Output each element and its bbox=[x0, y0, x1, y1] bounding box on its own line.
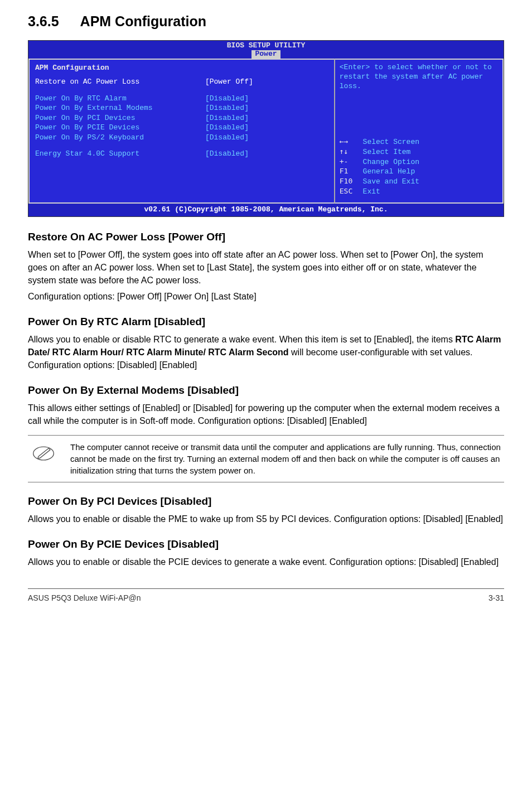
subsection-heading: Power On By RTC Alarm [Disabled] bbox=[28, 314, 504, 330]
key-desc: Save and Exit bbox=[359, 177, 419, 186]
bios-option-row: Power On By PS/2 Keyboard[Disabled] bbox=[35, 133, 328, 143]
footer-left: ASUS P5Q3 Deluxe WiFi-AP@n bbox=[28, 592, 141, 603]
bios-key-row: ↑↓ Select Item bbox=[340, 147, 498, 157]
bios-option-value: [Disabled] bbox=[205, 149, 249, 159]
bios-option-label: Restore on AC Power Loss bbox=[35, 77, 205, 87]
key-desc: Exit bbox=[359, 187, 380, 196]
bios-setup-title: BIOS SETUP UTILITY bbox=[28, 42, 504, 50]
bios-option-value: [Disabled] bbox=[205, 133, 249, 143]
note-box: The computer cannot receive or transmit … bbox=[28, 435, 504, 482]
paragraph: Allows you to enable or disable the PME … bbox=[28, 513, 504, 525]
subsections: Restore On AC Power Loss [Power Off]When… bbox=[28, 229, 504, 568]
bios-option-label: Power On By External Modems bbox=[35, 103, 205, 113]
key-label: F10 bbox=[340, 177, 359, 186]
bios-option-row: Restore on AC Power Loss[Power Off] bbox=[35, 77, 328, 87]
bios-body: APM Configuration Restore on AC Power Lo… bbox=[28, 59, 504, 204]
bios-key-row: ←→ Select Screen bbox=[340, 137, 498, 147]
bios-rows: Restore on AC Power Loss[Power Off]Power… bbox=[35, 77, 328, 159]
paragraph: Allows you to enable or disable RTC to g… bbox=[28, 333, 504, 372]
bios-key-row: F1 General Help bbox=[340, 167, 498, 177]
subsection-heading: Power On By External Modems [Disabled] bbox=[28, 383, 504, 398]
bios-option-label: Power On By PCI Devices bbox=[35, 113, 205, 123]
bios-option-value: [Disabled] bbox=[205, 113, 249, 123]
bios-help-text: <Enter> to select whether or not to rest… bbox=[340, 63, 498, 91]
key-desc: General Help bbox=[359, 167, 415, 176]
bios-option-value: [Disabled] bbox=[205, 103, 249, 113]
bios-option-value: [Power Off] bbox=[205, 77, 253, 87]
key-label: F1 bbox=[340, 167, 359, 176]
bios-header: BIOS SETUP UTILITY Power bbox=[28, 41, 504, 59]
bios-footer: v02.61 (C)Copyright 1985-2008, American … bbox=[28, 204, 504, 216]
svg-point-0 bbox=[33, 447, 54, 460]
bios-panel-title: APM Configuration bbox=[35, 63, 328, 74]
bios-key-row: F10 Save and Exit bbox=[340, 177, 498, 187]
subsection-heading: Power On By PCIE Devices [Disabled] bbox=[28, 537, 504, 552]
subsection-heading: Restore On AC Power Loss [Power Off] bbox=[28, 229, 504, 245]
section-heading: 3.6.5APM Configuration bbox=[28, 11, 504, 31]
bios-screenshot: BIOS SETUP UTILITY Power APM Configurati… bbox=[28, 40, 504, 217]
bios-option-row: Power On By PCI Devices[Disabled] bbox=[35, 113, 328, 123]
subsection-heading: Power On By PCI Devices [Disabled] bbox=[28, 494, 504, 509]
page-footer: ASUS P5Q3 Deluxe WiFi-AP@n 3-31 bbox=[28, 588, 504, 603]
footer-page-number: 3-31 bbox=[489, 592, 504, 603]
section-title: APM Configuration bbox=[80, 13, 206, 29]
bios-left-panel: APM Configuration Restore on AC Power Lo… bbox=[28, 59, 335, 204]
page-content: 3.6.5APM Configuration BIOS SETUP UTILIT… bbox=[28, 11, 504, 603]
bios-option-label: Power On By PCIE Devices bbox=[35, 123, 205, 133]
bios-option-row: Power On By External Modems[Disabled] bbox=[35, 103, 328, 113]
bios-option-row: Power On By PCIE Devices[Disabled] bbox=[35, 123, 328, 133]
key-desc: Select Item bbox=[359, 148, 411, 156]
bios-option-value: [Disabled] bbox=[205, 94, 249, 104]
arrows-ud-icon: ↑↓ bbox=[340, 147, 359, 157]
bios-option-label: Energy Star 4.0C Support bbox=[35, 149, 205, 159]
bios-option-value: [Disabled] bbox=[205, 123, 249, 133]
key-label: +- bbox=[340, 157, 359, 167]
paragraph: When set to [Power Off], the system goes… bbox=[28, 248, 504, 287]
bios-right-panel: <Enter> to select whether or not to rest… bbox=[335, 59, 504, 204]
paragraph: Configuration options: [Power Off] [Powe… bbox=[28, 290, 504, 303]
bios-tab-power: Power bbox=[252, 50, 280, 59]
bios-option-label: Power On By RTC Alarm bbox=[35, 94, 205, 104]
bios-key-row: +- Change Option bbox=[340, 157, 498, 167]
key-desc: Change Option bbox=[359, 158, 419, 166]
pencil-icon bbox=[31, 441, 56, 469]
bios-key-row: ESC Exit bbox=[340, 187, 498, 197]
bios-option-row: Energy Star 4.0C Support[Disabled] bbox=[35, 149, 328, 159]
bios-option-row: Power On By RTC Alarm[Disabled] bbox=[35, 94, 328, 104]
bios-option-label: Power On By PS/2 Keyboard bbox=[35, 133, 205, 143]
paragraph: Allows you to enable or disable the PCIE… bbox=[28, 555, 504, 568]
paragraph: This allows either settings of [Enabled]… bbox=[28, 402, 504, 427]
arrows-lr-icon: ←→ bbox=[340, 137, 359, 147]
note-text: The computer cannot receive or transmit … bbox=[70, 441, 501, 476]
bios-key-legend: ←→ Select Screen↑↓ Select Item+- Change … bbox=[340, 137, 498, 197]
section-number: 3.6.5 bbox=[28, 11, 59, 31]
key-desc: Select Screen bbox=[359, 138, 419, 146]
key-label: ESC bbox=[340, 187, 359, 196]
